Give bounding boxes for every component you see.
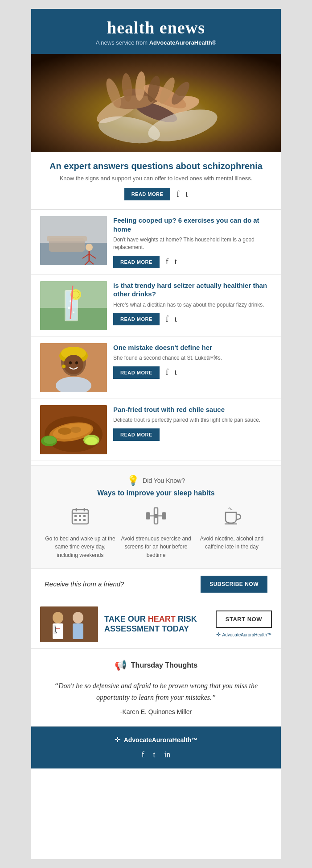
article-actions: READ MORE f t [113,366,272,379]
header-title: health enews [36,18,276,37]
article-desc: Delicate trout is perfectly paired with … [113,416,272,424]
hero-hands-visual [31,54,281,152]
coffee-icon [196,506,267,530]
facebook-icon[interactable]: f [166,257,168,266]
article-read-more[interactable]: READ MORE [113,366,160,379]
svg-rect-72 [40,606,98,642]
dyk-label: Did You Know? [143,477,185,484]
svg-rect-61 [83,515,86,517]
subscribe-button[interactable]: SUBSCRIBE NOW [201,576,267,593]
svg-rect-18 [47,236,87,241]
article-read-more[interactable]: READ MORE [113,313,160,325]
dyk-title: Ways to improve your sleep habits [45,489,267,497]
svg-point-73 [53,612,63,623]
dyk-header: 💡 Did You Know? [45,475,267,486]
article-list: Feeling cooped up? 6 exercises you can d… [31,210,281,461]
article-read-more[interactable]: READ MORE [113,428,160,441]
woman-thumbnail-image [40,343,107,392]
assessment-today: ASSESSMENT TODAY [104,624,189,633]
twitter-footer-icon[interactable]: t [153,750,155,760]
article-read-more[interactable]: READ MORE [113,256,160,268]
article-actions: READ MORE [113,428,272,441]
footer-social: f t in [49,750,263,760]
footer-logo: ✛ AdvocateAuroraHealth™ [49,735,263,744]
facebook-icon[interactable]: f [166,368,168,377]
dyk-tips: Go to bed and wake up at the same time e… [45,506,267,559]
twitter-icon[interactable]: t [175,368,177,377]
footer-cross-icon: ✛ [115,735,120,744]
svg-rect-59 [74,515,77,517]
article-content: Feeling cooped up? 6 exercises you can d… [113,216,272,268]
hero-image [31,54,281,152]
assessment-heart: HEART [148,615,176,623]
svg-point-43 [62,365,66,368]
facebook-icon[interactable]: f [177,190,179,199]
svg-point-49 [58,428,71,435]
thursday-thoughts-section: 📢 Thursday Thoughts “Don't be so defensi… [31,649,281,727]
assessment-risk: RISK [176,615,197,623]
svg-rect-76 [73,623,83,639]
weights-icon [120,506,192,530]
trout-thumbnail-image [40,405,107,454]
twitter-icon[interactable]: t [175,315,177,324]
main-article-read-more[interactable]: READ MORE [124,188,171,200]
tt-header: 📢 Thursday Thoughts [49,660,263,671]
article-title: Feeling cooped up? 6 exercises you can d… [113,216,272,233]
heart-assessment-section: TAKE OUR HEART RISK ASSESSMENT TODAY STA… [31,600,281,649]
start-now-button[interactable]: START NOW [216,611,272,628]
svg-point-29 [68,307,70,309]
header-subtitle: A news service from AdvocateAuroraHealth… [36,39,276,46]
article-content: Pan-fried trout with red chile sauce Del… [113,405,272,441]
header: health enews A news service from Advocat… [31,9,281,54]
exercise-svg [40,216,107,265]
article-thumbnail [40,405,107,454]
dyk-tip: Avoid nicotine, alcohol and caffeine lat… [196,506,267,559]
linkedin-footer-icon[interactable]: in [164,750,171,760]
svg-rect-64 [83,519,86,521]
woman-svg [40,343,107,392]
svg-point-54 [85,437,98,445]
svg-point-19 [86,244,93,251]
tt-label: Thursday Thoughts [131,661,197,669]
footer: ✛ AdvocateAuroraHealth™ f t in [31,727,281,768]
article-title: One mistake doesn't define her [113,343,272,352]
twitter-icon[interactable]: t [175,257,177,266]
twitter-icon[interactable]: t [185,190,188,199]
main-article-actions: READ MORE f t [49,188,263,200]
assessment-text: TAKE OUR HEART RISK ASSESSMENT TODAY [98,615,216,634]
dyk-tip-text: Go to bed and wake up at the same time e… [45,536,115,559]
svg-point-75 [73,612,83,623]
calendar-icon [45,506,116,530]
subscribe-text: Receive this from a friend? [45,580,124,588]
assessment-image [40,606,98,642]
article-actions: READ MORE f t [113,313,272,325]
seltzer-svg [40,281,107,330]
megaphone-icon: 📢 [115,660,127,671]
trout-svg [40,405,107,454]
assessment-logo: ✛ AdvocateAuroraHealth™ [216,631,272,638]
svg-rect-60 [79,515,81,517]
did-you-know-section: 💡 Did You Know? Ways to improve your sle… [31,465,281,569]
svg-rect-63 [79,519,81,521]
assessment-right: START NOW ✛ AdvocateAuroraHealth™ [216,611,272,638]
article-item: One mistake doesn't define her She found… [31,337,281,399]
svg-rect-67 [146,512,150,519]
advocate-logo-text: AdvocateAuroraHealth™ [222,632,272,637]
subscribe-section: Receive this from a friend? SUBSCRIBE NO… [31,569,281,600]
email-container: health enews A news service from Advocat… [31,9,281,859]
article-desc: She found a second chance at St. Lukeâ¢… [113,354,272,362]
article-content: One mistake doesn't define her She found… [113,343,272,379]
header-subtitle-prefix: A news service from [96,39,149,46]
dyk-tip: Avoid strenuous exercise and screens for… [120,506,192,559]
facebook-icon[interactable]: f [166,315,168,324]
article-thumbnail [40,343,107,392]
facebook-footer-icon[interactable]: f [141,750,144,760]
dyk-tip-text: Avoid strenuous exercise and screens for… [121,536,191,559]
article-desc: Here's what a dietitian has to say about… [113,301,272,309]
dyk-tip: Go to bed and wake up at the same time e… [45,506,116,559]
article-desc: Don't have weights at home? This househo… [113,236,272,251]
article-title: Is that trendy hard seltzer actually hea… [113,281,272,299]
svg-point-42 [75,361,78,364]
main-article: An expert answers questions about schizo… [31,152,281,210]
svg-point-50 [70,427,81,433]
